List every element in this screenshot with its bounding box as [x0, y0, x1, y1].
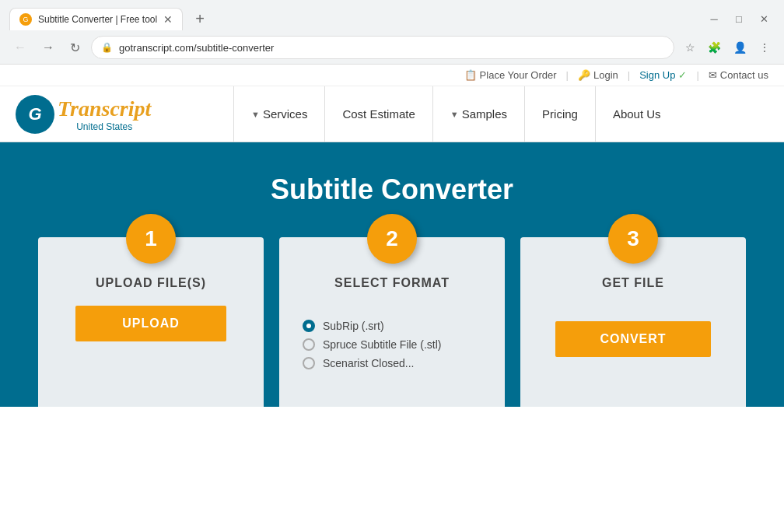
login-label: Login: [593, 69, 618, 81]
profile-button[interactable]: 👤: [729, 38, 751, 57]
step-1-action: UPLOAD: [38, 306, 264, 341]
signup-label: Sign Up: [639, 69, 675, 81]
new-tab-button[interactable]: +: [189, 7, 211, 31]
step-2-card: 2 SELECT FORMAT SubRip (.srt) Spruce Sub…: [279, 237, 505, 407]
logo-area: G Transcript United States: [0, 86, 233, 142]
steps-container: 1 UPLOAD FILE(S) UPLOAD 2 SELECT FORMAT …: [16, 237, 768, 407]
convert-button[interactable]: CONVERT: [555, 321, 711, 357]
hero-section: Subtitle Converter 1 UPLOAD FILE(S) UPLO…: [0, 142, 784, 407]
format-srt-label: SubRip (.srt): [323, 320, 384, 332]
nav-services[interactable]: ▼ Services: [233, 86, 324, 142]
nav-cost-estimate[interactable]: Cost Estimate: [324, 86, 432, 142]
mail-icon: ✉: [709, 69, 717, 81]
logo[interactable]: G Transcript United States: [16, 95, 151, 134]
nav-about[interactable]: About Us: [595, 86, 678, 142]
format-srt[interactable]: SubRip (.srt): [303, 320, 481, 332]
logo-letter: G: [28, 104, 41, 124]
place-order-link[interactable]: 📋 Place Your Order: [464, 69, 557, 81]
minimize-button[interactable]: ─: [703, 10, 725, 27]
nav-pricing-label: Pricing: [542, 107, 578, 121]
step-3-card: 3 GET FILE CONVERT: [520, 237, 746, 407]
key-icon: 🔑: [578, 69, 590, 81]
place-order-label: Place Your Order: [480, 69, 557, 81]
format-stl-label: Spruce Subtitle File (.stl): [323, 338, 442, 351]
divider-2: |: [628, 69, 630, 81]
format-scenarist-label: Scenarist Closed...: [323, 357, 415, 369]
nav-about-label: About Us: [613, 107, 661, 121]
signup-link[interactable]: Sign Up ✓: [639, 69, 687, 81]
reload-button[interactable]: ↻: [65, 37, 85, 58]
menu-button[interactable]: ⋮: [754, 38, 775, 57]
nav-pricing[interactable]: Pricing: [524, 86, 595, 142]
close-button[interactable]: ✕: [753, 10, 775, 27]
nav-samples[interactable]: ▼ Samples: [432, 86, 524, 142]
divider-1: |: [566, 69, 569, 81]
format-stl[interactable]: Spruce Subtitle File (.stl): [303, 338, 481, 351]
top-bar: 📋 Place Your Order | 🔑 Login | Sign Up ✓…: [0, 65, 784, 86]
lock-icon: 🔒: [101, 42, 113, 53]
nav-links: ▼ Services Cost Estimate ▼ Samples Prici…: [233, 86, 678, 142]
back-button[interactable]: ←: [9, 37, 31, 58]
website-content: 📋 Place Your Order | 🔑 Login | Sign Up ✓…: [0, 65, 784, 532]
logo-country: United States: [58, 121, 151, 132]
browser-chrome: G Subtitle Converter | Free tool ✕ + ─ □…: [0, 0, 784, 65]
step-3-content: CONVERT: [520, 306, 746, 373]
radio-srt[interactable]: [303, 320, 315, 332]
radio-stl[interactable]: [303, 338, 315, 351]
tab-favicon: G: [19, 13, 32, 26]
step-3-number: 3: [608, 214, 658, 264]
place-order-icon: 📋: [464, 69, 477, 81]
tab-close-button[interactable]: ✕: [163, 13, 173, 26]
forward-button[interactable]: →: [37, 37, 59, 58]
format-list: SubRip (.srt) Spruce Subtitle File (.stl…: [279, 306, 505, 383]
contact-label: Contact us: [720, 69, 768, 81]
services-arrow-icon: ▼: [251, 110, 260, 119]
radio-scenarist[interactable]: [303, 357, 315, 369]
address-bar: ← → ↻ 🔒 gotranscript.com/subtitle-conver…: [0, 31, 784, 64]
url-text: gotranscript.com/subtitle-converter: [119, 42, 664, 54]
nav-samples-label: Samples: [462, 107, 507, 121]
hero-title: Subtitle Converter: [16, 173, 768, 206]
format-scenarist[interactable]: Scenarist Closed...: [303, 357, 481, 369]
samples-arrow-icon: ▼: [450, 110, 459, 119]
step-2-number: 2: [367, 214, 417, 264]
contact-link[interactable]: ✉ Contact us: [709, 69, 768, 81]
window-controls: ─ □ ✕: [703, 10, 775, 27]
tab-title: Subtitle Converter | Free tool: [38, 14, 157, 25]
step-2-label: SELECT FORMAT: [279, 276, 505, 290]
step-1-label: UPLOAD FILE(S): [38, 276, 264, 290]
logo-brand: Transcript: [58, 96, 151, 121]
nav-bar: G Transcript United States ▼ Services Co…: [0, 86, 784, 142]
step-1-number: 1: [126, 214, 176, 264]
maximize-button[interactable]: □: [728, 10, 750, 27]
logo-icon: G: [16, 95, 54, 134]
login-link[interactable]: 🔑 Login: [578, 69, 618, 81]
title-bar: G Subtitle Converter | Free tool ✕ + ─ □…: [0, 0, 784, 31]
bookmark-button[interactable]: ☆: [681, 38, 700, 57]
extensions-button[interactable]: 🧩: [703, 38, 726, 57]
address-actions: ☆ 🧩 👤 ⋮: [681, 38, 775, 57]
nav-services-label: Services: [263, 107, 308, 121]
url-bar[interactable]: 🔒 gotranscript.com/subtitle-converter: [91, 36, 674, 59]
divider-3: |: [696, 69, 698, 81]
step-3-label: GET FILE: [520, 276, 746, 290]
upload-button[interactable]: UPLOAD: [75, 306, 226, 341]
step-1-card: 1 UPLOAD FILE(S) UPLOAD: [38, 237, 264, 407]
browser-tab[interactable]: G Subtitle Converter | Free tool ✕: [9, 8, 183, 30]
check-icon: ✓: [678, 69, 687, 81]
nav-cost-estimate-label: Cost Estimate: [342, 107, 415, 121]
logo-text-area: Transcript United States: [58, 96, 151, 132]
logo-circle: G: [16, 95, 54, 134]
